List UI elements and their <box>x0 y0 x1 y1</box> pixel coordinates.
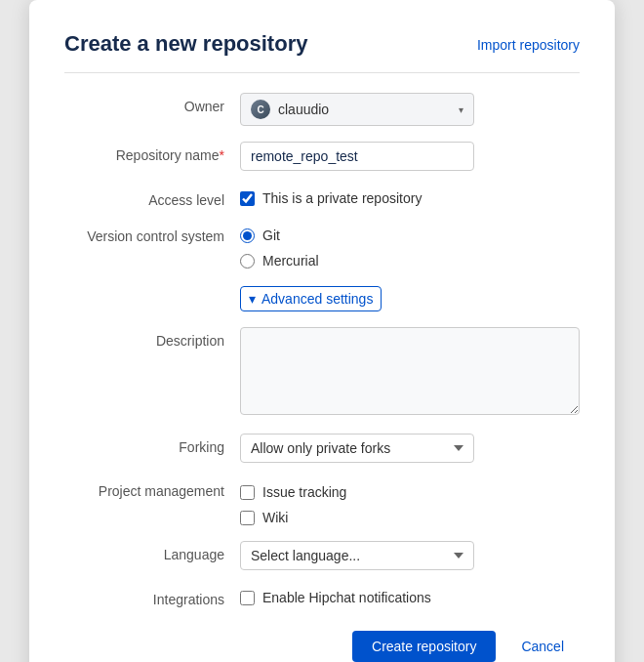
git-radio-row: Git <box>240 226 580 245</box>
dialog-header: Create a new repository Import repositor… <box>64 31 580 73</box>
repo-name-input[interactable] <box>240 142 474 171</box>
integrations-control: Enable Hipchat notifications <box>240 586 580 605</box>
project-mgmt-options: Issue tracking Wiki <box>240 478 580 525</box>
access-level-row: Access level This is a private repositor… <box>64 186 580 208</box>
owner-name: clauudio <box>278 102 459 117</box>
repo-name-control <box>240 142 580 171</box>
hipchat-label: Enable Hipchat notifications <box>262 590 431 605</box>
project-mgmt-control: Issue tracking Wiki <box>240 478 580 525</box>
private-repo-checkbox[interactable] <box>240 191 255 206</box>
description-row: Description <box>64 327 580 418</box>
private-repo-label: This is a private repository <box>262 190 422 206</box>
project-mgmt-label: Project management <box>64 478 240 502</box>
forking-row: Forking Allow only private forks Allow p… <box>64 434 580 463</box>
owner-control: C clauudio ▾ <box>240 93 580 126</box>
project-mgmt-row: Project management Issue tracking Wiki <box>64 478 580 525</box>
wiki-label: Wiki <box>262 510 288 525</box>
chevron-down-icon: ▾ <box>459 104 463 115</box>
forking-select[interactable]: Allow only private forks Allow public fo… <box>240 434 474 463</box>
cancel-button[interactable]: Cancel <box>505 631 580 662</box>
mercurial-label: Mercurial <box>262 253 319 269</box>
language-row: Language Select language... <box>64 541 580 570</box>
vcs-row: Version control system Git Mercurial <box>64 224 580 270</box>
owner-dropdown[interactable]: C clauudio ▾ <box>240 93 474 126</box>
action-row: Create repository Cancel <box>64 631 580 662</box>
owner-label: Owner <box>64 93 240 114</box>
hipchat-checkbox-row: Enable Hipchat notifications <box>240 586 580 605</box>
vcs-control: Git Mercurial <box>240 224 580 270</box>
private-repo-checkbox-row: This is a private repository <box>240 186 580 206</box>
mercurial-radio-row: Mercurial <box>240 251 580 270</box>
wiki-checkbox[interactable] <box>240 511 255 525</box>
owner-avatar: C <box>251 100 270 119</box>
advanced-settings-label: Advanced settings <box>262 291 373 307</box>
description-label: Description <box>64 327 240 349</box>
git-radio[interactable] <box>240 228 255 243</box>
integrations-row: Integrations Enable Hipchat notification… <box>64 586 580 607</box>
advanced-settings-toggle[interactable]: ▾ Advanced settings <box>240 286 382 311</box>
create-repository-button[interactable]: Create repository <box>352 631 496 662</box>
mercurial-radio[interactable] <box>240 254 255 269</box>
issue-tracking-row: Issue tracking <box>240 480 580 500</box>
description-textarea[interactable] <box>240 327 580 415</box>
issue-tracking-label: Issue tracking <box>262 484 346 500</box>
access-level-control: This is a private repository <box>240 186 580 206</box>
create-repo-dialog: Create a new repository Import repositor… <box>29 0 615 662</box>
vcs-label: Version control system <box>64 224 240 247</box>
owner-row: Owner C clauudio ▾ <box>64 93 580 126</box>
integrations-label: Integrations <box>64 586 240 607</box>
language-label: Language <box>64 541 240 562</box>
toggle-chevron-icon: ▾ <box>249 291 256 307</box>
git-label: Git <box>262 228 280 243</box>
vcs-options: Git Mercurial <box>240 224 580 270</box>
import-repository-link[interactable]: Import repository <box>477 37 580 53</box>
issue-tracking-checkbox[interactable] <box>240 485 255 500</box>
access-level-label: Access level <box>64 186 240 208</box>
description-control <box>240 327 580 418</box>
wiki-row: Wiki <box>240 506 580 525</box>
language-select[interactable]: Select language... <box>240 541 474 570</box>
hipchat-checkbox[interactable] <box>240 591 255 605</box>
language-control: Select language... <box>240 541 580 570</box>
dialog-title: Create a new repository <box>64 31 307 57</box>
required-indicator: * <box>220 147 224 163</box>
repo-name-row: Repository name* <box>64 142 580 171</box>
forking-control: Allow only private forks Allow public fo… <box>240 434 580 463</box>
forking-label: Forking <box>64 434 240 455</box>
repo-name-label: Repository name* <box>64 142 240 163</box>
